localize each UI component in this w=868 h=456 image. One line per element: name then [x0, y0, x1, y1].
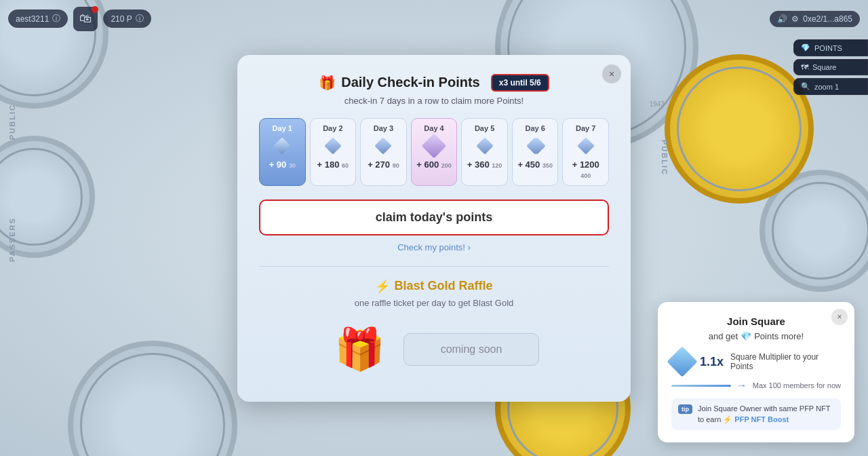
day-7-points: + 1200 400 [566, 159, 606, 180]
day-5-points: + 360 120 [465, 159, 505, 170]
coming-soon-button: coming soon [403, 333, 539, 366]
day-card-5[interactable]: Day 5 + 360 120 [461, 118, 508, 186]
multiplier-description: Square Multiplier to your Points [730, 352, 841, 371]
claim-button[interactable]: claim today's points [259, 200, 609, 235]
arrow-icon: → [736, 379, 747, 392]
day-1-points: + 90 30 [262, 159, 302, 170]
tip-row: tip Join Square Owner with same PFP NFT … [671, 398, 841, 430]
join-diamond-icon: 💎 [741, 331, 751, 341]
section-divider [259, 266, 609, 267]
progress-line [671, 385, 731, 387]
day-3-points: + 270 90 [363, 159, 403, 170]
day-6-diamond [526, 136, 545, 155]
day-card-4[interactable]: Day 4 + 600 200 [411, 118, 458, 186]
day-cards-container: Day 1 + 90 30 Day 2 + 180 60 Day 3 + 270… [259, 118, 609, 186]
tip-text: Join Square Owner with same PFP NFT to e… [698, 404, 834, 425]
day-6-points: + 450 350 [515, 159, 555, 170]
title-icon: 🎁 [319, 75, 336, 91]
blast-icon: ⚡ [375, 279, 390, 294]
daily-checkin-modal: × 🎁 Daily Check-in Points x3 until 5/6 c… [237, 55, 631, 402]
day-7-label: Day 7 [566, 124, 606, 132]
blast-title-text: Blast Gold Raffle [394, 279, 492, 293]
day-4-diamond [425, 136, 443, 155]
day-5-label: Day 5 [465, 124, 505, 132]
join-panel-close-button[interactable]: × [831, 309, 848, 325]
modal-title: 🎁 Daily Check-in Points x3 until 5/6 [259, 74, 609, 92]
modal-close-button[interactable]: × [602, 64, 621, 83]
blast-content: 🎁 coming soon [259, 319, 609, 380]
day-2-points: + 180 60 [313, 159, 353, 170]
day-3-label: Day 3 [363, 124, 403, 132]
join-diamond-shape [671, 351, 693, 373]
tip-highlight-text: ⚡ PFP NFT Boost [723, 415, 789, 423]
day-card-1[interactable]: Day 1 + 90 30 [259, 118, 306, 186]
blast-title: ⚡ Blast Gold Raffle [259, 279, 609, 294]
arrow-row: → Max 100 members for now [671, 379, 841, 392]
day-7-diamond [576, 136, 595, 155]
day-card-3[interactable]: Day 3 + 270 90 [360, 118, 407, 186]
join-panel-subtitle: and get 💎 Points more! [671, 331, 841, 341]
gift-box-icon: 🎁 [329, 319, 390, 380]
join-panel-title: Join Square [671, 314, 841, 328]
multiplier-row: 1.1x Square Multiplier to your Points [671, 351, 841, 373]
day-2-label: Day 2 [313, 124, 353, 132]
blast-gold-section: ⚡ Blast Gold Raffle one raffle ticket pe… [259, 279, 609, 380]
blast-subtitle: one raffle ticket per day to get Blast G… [259, 298, 609, 308]
join-subtitle-pre: and get [709, 331, 738, 341]
day-4-label: Day 4 [414, 124, 454, 132]
chevron-right-icon: › [467, 242, 470, 252]
title-text: Daily Check-in Points [341, 75, 480, 90]
day-6-label: Day 6 [515, 124, 555, 132]
day-card-6[interactable]: Day 6 + 450 350 [512, 118, 559, 186]
x3-badge: x3 until 5/6 [491, 74, 549, 92]
tip-badge: tip [678, 404, 692, 414]
day-3-diamond [374, 136, 393, 155]
check-points-text: Check my points! [397, 242, 465, 252]
modal-subtitle: check-in 7 days in a row to claim more P… [259, 96, 609, 106]
check-points-link[interactable]: Check my points! › [259, 242, 609, 252]
join-subtitle-post: Points more! [754, 331, 804, 341]
join-square-panel: × Join Square and get 💎 Points more! 1.1… [658, 302, 854, 442]
day-1-label: Day 1 [262, 124, 302, 132]
day-2-diamond [323, 136, 342, 155]
day-4-points: + 600 200 [414, 159, 454, 170]
day-card-2[interactable]: Day 2 + 180 60 [310, 118, 357, 186]
day-5-diamond [475, 136, 494, 155]
multiplier-value: 1.1x [700, 355, 724, 369]
max-members-text: Max 100 members for now [753, 381, 841, 390]
day-card-7[interactable]: Day 7 + 1200 400 [562, 118, 609, 186]
day-1-diamond [273, 136, 292, 155]
